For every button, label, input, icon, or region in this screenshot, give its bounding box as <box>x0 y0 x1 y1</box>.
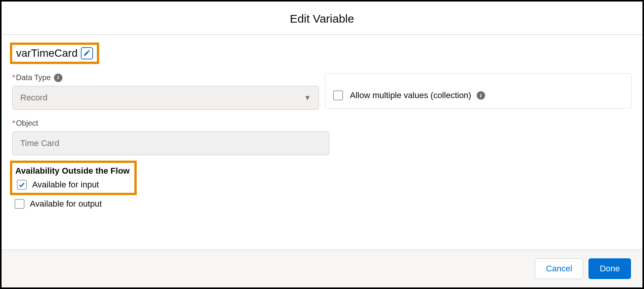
info-icon[interactable]: i <box>477 91 485 100</box>
modal-content: varTimeCard *Data Type i Record ▼ <box>2 35 642 250</box>
availability-section-title: Availability Outside the Flow <box>15 166 130 176</box>
data-type-select[interactable]: Record ▼ <box>12 86 319 110</box>
done-button[interactable]: Done <box>588 258 631 279</box>
object-label-row: *Object <box>12 119 632 128</box>
object-label: Object <box>16 119 38 127</box>
data-type-row: *Data Type i Record ▼ Allow multiple val… <box>12 73 632 110</box>
variable-name-text: varTimeCard <box>16 47 78 59</box>
object-field: *Object Time Card <box>12 119 632 155</box>
availability-highlight: Availability Outside the Flow Available … <box>10 161 137 195</box>
object-input[interactable]: Time Card <box>12 131 329 155</box>
allow-multiple-container: Allow multiple values (collection) i <box>325 73 632 108</box>
required-asterisk: * <box>12 119 15 127</box>
info-icon[interactable]: i <box>54 74 62 82</box>
chevron-down-icon: ▼ <box>304 94 311 102</box>
available-input-row: Available for input <box>15 180 130 190</box>
allow-multiple-label-row: Allow multiple values (collection) i <box>350 90 485 100</box>
pencil-icon <box>83 49 91 58</box>
available-output-label: Available for output <box>30 199 102 209</box>
data-type-label: *Data Type i <box>12 73 319 82</box>
available-input-label: Available for input <box>32 180 99 190</box>
allow-multiple-field: Allow multiple values (collection) i <box>325 73 632 110</box>
data-type-value: Record <box>20 93 47 103</box>
allow-multiple-label: Allow multiple values (collection) <box>350 90 471 100</box>
required-asterisk: * <box>12 73 15 82</box>
modal-title: Edit Variable <box>2 12 642 25</box>
available-input-checkbox[interactable] <box>17 180 27 190</box>
modal-header: Edit Variable <box>2 2 642 35</box>
cancel-button[interactable]: Cancel <box>535 258 583 279</box>
available-output-checkbox[interactable] <box>15 199 25 209</box>
edit-name-button[interactable] <box>81 47 93 59</box>
data-type-field: *Data Type i Record ▼ <box>12 73 319 110</box>
variable-name-highlight: varTimeCard <box>10 43 99 64</box>
object-value: Time Card <box>20 138 59 148</box>
modal-footer: Cancel Done <box>2 250 642 287</box>
allow-multiple-checkbox[interactable] <box>333 90 343 100</box>
available-output-row: Available for output <box>15 199 632 209</box>
